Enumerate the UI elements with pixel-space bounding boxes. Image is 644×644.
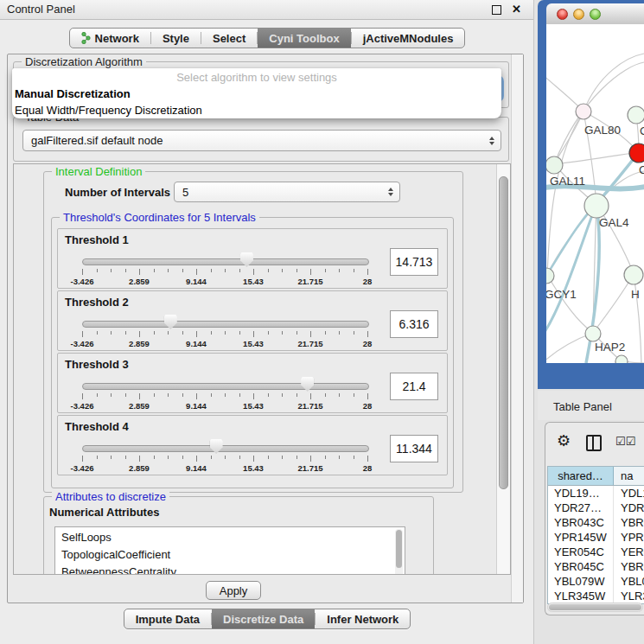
slider-track[interactable]	[82, 445, 369, 452]
node-gal80[interactable]	[576, 104, 591, 119]
network-window: GAL80 G. GAL11 C GAL4 GCY1 H HAP2	[538, 0, 644, 389]
tab-label: jActiveMNodules	[363, 32, 454, 45]
table-row[interactable]: YDL19…YDL1	[548, 486, 644, 501]
table-panel-title: Table Panel	[538, 391, 644, 420]
slider-track[interactable]	[82, 321, 369, 328]
close-traffic-light-icon[interactable]	[557, 9, 568, 20]
control-panel: Control Panel ✕ NetworkStyleSelectCyni T…	[0, 0, 534, 644]
tab-select[interactable]: Select	[201, 29, 257, 48]
dropdown-prompt[interactable]: Select algorithm to view settings	[12, 70, 501, 86]
tick-mark	[139, 456, 140, 462]
threshold-value-field[interactable]: 11.344	[390, 435, 438, 462]
tick-label: -3.426	[63, 401, 101, 411]
tick-mark	[154, 456, 155, 459]
tick-mark	[268, 456, 269, 459]
tick-mark	[354, 331, 354, 335]
cell-name: YER0	[614, 545, 644, 559]
column-header-shared-name[interactable]: shared…	[548, 467, 614, 485]
tick-mark	[182, 393, 183, 397]
node-label: HAP2	[595, 341, 625, 354]
table-hscrollbar-track[interactable]	[547, 603, 643, 612]
list-item-betweennesscentrality[interactable]: BetweennessCentrality	[55, 564, 405, 575]
node-partial-top[interactable]	[628, 106, 644, 124]
settings-scrollbar-track[interactable]	[496, 164, 510, 574]
table-row[interactable]: YPR145WYPR1	[548, 530, 644, 545]
number-of-intervals-combobox[interactable]: 5	[174, 182, 400, 202]
table-data-combobox[interactable]: galFiltered.sif default node	[22, 130, 501, 151]
settings-scrollbar-thumb[interactable]	[499, 176, 508, 489]
list-scrollbar-track[interactable]	[395, 529, 403, 575]
close-icon[interactable]: ✕	[512, 3, 521, 16]
tab-style[interactable]: Style	[151, 29, 201, 48]
tick-mark	[282, 393, 283, 397]
node-selected-red[interactable]	[629, 143, 644, 163]
column-header-name[interactable]: na	[614, 467, 644, 485]
tab-cyni-toolbox[interactable]: Cyni Toolbox	[258, 29, 350, 48]
column-layout-icon[interactable]	[586, 435, 602, 451]
tick-mark	[196, 269, 197, 275]
threshold-value-field[interactable]: 21.4	[390, 373, 438, 400]
slider-track[interactable]	[82, 258, 369, 265]
gear-icon[interactable]: ⚙	[557, 431, 571, 450]
threshold-label: Threshold 1	[65, 233, 129, 246]
float-window-icon[interactable]	[492, 5, 501, 15]
node-gal11[interactable]	[546, 156, 563, 174]
table-row[interactable]: YER054CYER0	[548, 545, 644, 559]
algorithm-dropdown-popup: Select algorithm to view settings Manual…	[12, 68, 501, 118]
panel-title: Control Panel	[7, 3, 75, 16]
dropdown-option-manual-discretization[interactable]: Manual Discretization	[12, 86, 501, 102]
apply-button[interactable]: Apply	[206, 581, 261, 600]
select-columns-icon[interactable]: ☑☑	[615, 435, 635, 448]
tick-label: 28	[348, 339, 386, 348]
tick-mark	[225, 456, 226, 459]
tick-label: 9.144	[177, 339, 215, 348]
table-row[interactable]: YLR345WYLR3	[548, 589, 644, 603]
slider-track[interactable]	[82, 383, 369, 390]
table-row[interactable]: YDR27…YDR2	[548, 501, 644, 515]
node-label: GAL11	[550, 175, 585, 188]
tick-mark	[125, 331, 126, 335]
tab-label: Style	[163, 32, 189, 45]
tab-infer-network[interactable]: Infer Network	[316, 609, 410, 628]
node-gcy1[interactable]	[546, 268, 554, 284]
tick-mark	[282, 269, 283, 272]
tick-label: 2.859	[120, 277, 158, 286]
node-partial-h[interactable]	[624, 265, 643, 284]
network-window-titlebar	[546, 3, 644, 25]
tick-label: 2.859	[120, 401, 158, 411]
top-tab-strip: NetworkStyleSelectCyni ToolboxjActiveMNo…	[69, 28, 466, 48]
tick-mark	[139, 393, 140, 399]
table-row[interactable]: YBR045CYBR0	[548, 559, 644, 574]
threshold-value-field[interactable]: 14.713	[390, 248, 438, 276]
list-scrollbar-thumb[interactable]	[396, 530, 402, 568]
tab-network[interactable]: Network	[70, 29, 150, 48]
tick-mark	[154, 331, 155, 335]
node-partial-bottom[interactable]	[615, 355, 628, 363]
dropdown-option-equal-width-frequency-discretization[interactable]: Equal Width/Frequency Discretization	[12, 102, 501, 118]
tick-label: 9.144	[177, 277, 215, 286]
minimize-traffic-light-icon[interactable]	[573, 9, 584, 20]
threshold-value-field[interactable]: 6.316	[390, 310, 438, 338]
node-hap2[interactable]	[585, 326, 601, 341]
tab-jactivemnodules[interactable]: jActiveMNodules	[352, 29, 465, 48]
tick-mark	[168, 456, 169, 459]
node-gal4[interactable]	[584, 194, 609, 218]
node-label: G.	[640, 124, 644, 137]
list-item-topologicalcoefficient[interactable]: TopologicalCoefficient	[55, 546, 405, 564]
threshold-box-threshold-2: Threshold 2-3.4262.8599.14415.4321.71528…	[57, 290, 448, 351]
table-hscrollbar-thumb[interactable]	[549, 604, 641, 610]
panel-scrollbar-track[interactable]	[511, 54, 523, 603]
tick-mark	[182, 269, 183, 272]
tick-mark	[310, 393, 311, 399]
zoom-traffic-light-icon[interactable]	[590, 9, 601, 20]
tick-mark	[367, 331, 368, 337]
tick-mark	[196, 456, 197, 462]
tick-mark	[296, 331, 297, 335]
list-item-selfloops[interactable]: SelfLoops	[55, 529, 405, 546]
table-row[interactable]: YBL079WYBL0	[548, 574, 644, 589]
tab-discretize-data[interactable]: Discretize Data	[212, 609, 315, 628]
table-row[interactable]: YBR043CYBR0	[548, 515, 644, 530]
network-canvas[interactable]: GAL80 G. GAL11 C GAL4 GCY1 H HAP2	[546, 24, 644, 363]
tab-label: Cyni Toolbox	[269, 32, 339, 45]
tab-impute-data[interactable]: Impute Data	[124, 609, 211, 628]
